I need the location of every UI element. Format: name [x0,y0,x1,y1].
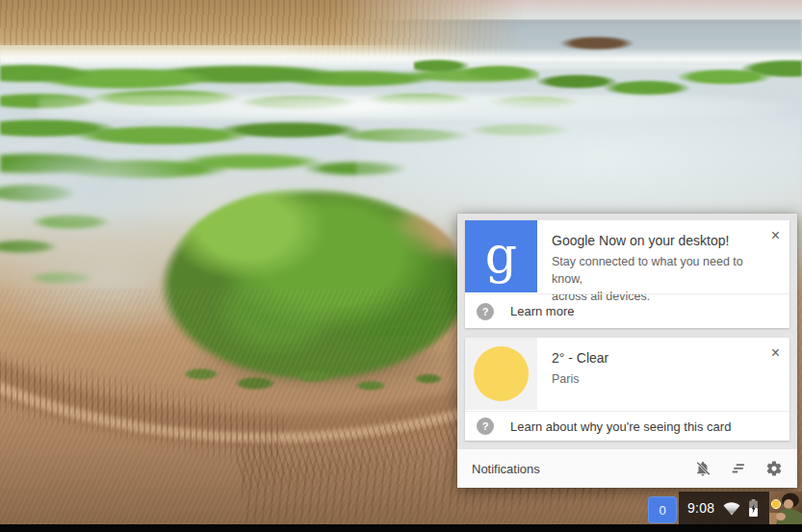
notification-counter-button[interactable]: 0 [648,496,677,523]
settings-gear-icon[interactable] [765,460,783,477]
help-icon: ? [477,303,494,320]
clock: 9:08 [687,500,714,516]
card-main: g Google Now on your desktop! Stay conne… [465,220,789,292]
notification-card-google-now[interactable]: × g Google Now on your desktop! Stay con… [465,220,789,328]
google-g-glyph: g [485,230,517,280]
notifications-label: Notifications [472,462,540,476]
screen-bottom-strip [0,524,802,532]
card-text: Google Now on your desktop! Stay connect… [537,220,789,292]
card-title: Google Now on your desktop! [552,233,761,248]
notification-card-weather[interactable]: × 2° - Clear Paris ? Learn about why you… [465,338,789,441]
wallpaper-lagoon [356,101,802,231]
card-text: 2° - Clear Paris [537,338,637,410]
notification-center-actions [694,460,783,477]
desktop: × g Google Now on your desktop! Stay con… [0,0,802,532]
google-g-icon: g [465,220,537,292]
weather-sun-icon [465,338,537,410]
card-location: Paris [552,372,608,386]
notification-center-footer: Notifications [457,449,797,488]
card-main: 2° - Clear Paris [465,338,789,410]
learn-more-link[interactable]: ? Learn more [465,293,789,328]
card-title: 2° - Clear [552,350,608,366]
notification-center: × g Google Now on your desktop! Stay con… [457,214,797,488]
card-body-line: Stay connected to what you need to know, [552,254,761,289]
help-icon: ? [477,418,494,435]
footer-label: Learn more [510,304,574,318]
battery-charging-icon [747,498,760,518]
close-icon[interactable]: × [769,343,782,363]
status-tray[interactable]: 9:08 [679,492,802,524]
clear-all-icon[interactable] [730,460,747,477]
footer-label: Learn about why you're seeing this card [510,419,731,434]
notifications-muted-icon[interactable] [694,460,711,477]
learn-why-link[interactable]: ? Learn about why you're seeing this car… [465,411,789,441]
user-avatar[interactable] [769,492,802,524]
wifi-icon [722,500,741,517]
sun-circle [474,346,529,401]
close-icon[interactable]: × [769,226,782,245]
